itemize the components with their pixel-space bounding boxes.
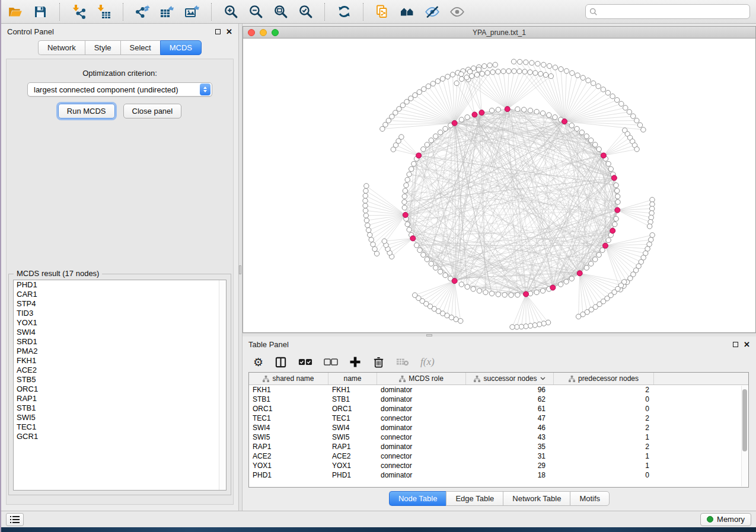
- mcds-result-item[interactable]: CAR1: [14, 290, 226, 299]
- network-node[interactable]: [493, 62, 497, 67]
- network-node[interactable]: [404, 100, 409, 104]
- network-node[interactable]: [476, 67, 481, 72]
- network-node[interactable]: [510, 325, 515, 329]
- table-scrollbar[interactable]: [741, 386, 748, 486]
- network-node[interactable]: [569, 276, 574, 281]
- table-scrollbar-thumb[interactable]: [742, 389, 747, 451]
- network-node[interactable]: [615, 200, 620, 204]
- network-node[interactable]: [464, 75, 469, 79]
- network-node[interactable]: [409, 166, 413, 171]
- table-row[interactable]: STB1STB1dominator620: [249, 395, 748, 404]
- network-hub-node[interactable]: [416, 153, 422, 158]
- tab-motifs[interactable]: Motifs: [570, 491, 610, 506]
- table-row[interactable]: SWI5SWI5connector431: [249, 432, 748, 442]
- network-node[interactable]: [596, 252, 601, 257]
- close-panel-button-2[interactable]: Close panel: [123, 104, 182, 118]
- mcds-result-item[interactable]: FKH1: [14, 356, 226, 366]
- network-node[interactable]: [438, 130, 442, 134]
- network-node[interactable]: [417, 248, 422, 252]
- network-node[interactable]: [450, 72, 455, 77]
- network-node[interactable]: [547, 113, 551, 117]
- network-node[interactable]: [519, 324, 524, 329]
- network-node[interactable]: [454, 317, 458, 322]
- zoom-fit-button[interactable]: [272, 4, 289, 20]
- network-hub-node[interactable]: [611, 175, 617, 181]
- network-node[interactable]: [637, 123, 642, 127]
- network-node[interactable]: [399, 134, 404, 139]
- network-node[interactable]: [404, 182, 409, 187]
- zoom-selected-button[interactable]: [297, 4, 314, 20]
- tab-mcds[interactable]: MCDS: [160, 40, 202, 55]
- tab-node-table[interactable]: Node Table: [389, 491, 446, 506]
- network-node[interactable]: [592, 142, 597, 147]
- network-node[interactable]: [515, 107, 520, 111]
- column-header-mcds-role[interactable]: MCDS role: [377, 373, 466, 384]
- network-hub-node[interactable]: [452, 278, 457, 284]
- splitter-grip[interactable]: [426, 334, 432, 336]
- network-node[interactable]: [413, 92, 417, 97]
- network-node[interactable]: [548, 73, 553, 78]
- network-node[interactable]: [614, 182, 618, 187]
- network-node[interactable]: [496, 292, 500, 297]
- network-node[interactable]: [605, 90, 610, 95]
- network-node[interactable]: [490, 70, 495, 75]
- network-node[interactable]: [412, 161, 416, 166]
- mcds-result-item[interactable]: SWI5: [14, 413, 226, 422]
- network-node[interactable]: [538, 71, 543, 76]
- mcds-result-item[interactable]: RAP1: [14, 394, 226, 403]
- network-node[interactable]: [483, 290, 488, 294]
- network-node[interactable]: [443, 126, 448, 131]
- network-node[interactable]: [533, 70, 538, 75]
- network-node[interactable]: [459, 72, 464, 76]
- network-node[interactable]: [487, 63, 492, 68]
- network-node[interactable]: [426, 84, 430, 88]
- network-node[interactable]: [543, 72, 548, 77]
- network-hub-node[interactable]: [577, 271, 582, 276]
- network-hub-node[interactable]: [602, 243, 608, 248]
- network-node[interactable]: [569, 123, 574, 128]
- network-node[interactable]: [371, 242, 375, 246]
- column-header-shared-name[interactable]: shared name: [249, 373, 328, 384]
- network-node[interactable]: [564, 279, 569, 284]
- network-node[interactable]: [480, 71, 484, 76]
- network-node[interactable]: [482, 63, 487, 68]
- network-node[interactable]: [506, 69, 511, 73]
- network-node[interactable]: [458, 319, 463, 323]
- table-row[interactable]: ACE2ACE2connector311: [249, 451, 748, 461]
- network-node[interactable]: [650, 233, 655, 238]
- network-node[interactable]: [471, 287, 476, 291]
- network-node[interactable]: [558, 282, 563, 287]
- network-node[interactable]: [402, 205, 407, 210]
- network-node[interactable]: [511, 59, 516, 64]
- network-canvas[interactable]: [243, 39, 755, 332]
- optimization-criterion-select[interactable]: largest connected component (undirected): [27, 82, 212, 97]
- mcds-result-item[interactable]: GCR1: [14, 432, 226, 441]
- network-node[interactable]: [435, 79, 440, 84]
- mcds-result-item[interactable]: STP4: [14, 299, 226, 309]
- save-button[interactable]: [32, 4, 49, 20]
- network-hub-node[interactable]: [610, 228, 615, 233]
- network-node[interactable]: [535, 61, 540, 66]
- network-node[interactable]: [477, 289, 481, 293]
- network-node[interactable]: [553, 115, 557, 120]
- window-close-light[interactable]: [248, 29, 255, 36]
- network-node[interactable]: [606, 161, 611, 166]
- network-hub-node[interactable]: [505, 107, 510, 112]
- zoom-out-button[interactable]: [247, 4, 264, 20]
- network-node[interactable]: [584, 134, 589, 139]
- window-minimize-light[interactable]: [260, 29, 267, 36]
- network-node[interactable]: [409, 96, 413, 101]
- network-node[interactable]: [575, 126, 579, 131]
- network-node[interactable]: [363, 193, 368, 198]
- network-node[interactable]: [528, 323, 532, 328]
- network-node[interactable]: [553, 65, 557, 70]
- network-hub-node[interactable]: [403, 212, 408, 217]
- mcds-result-item[interactable]: SRD1: [14, 337, 226, 347]
- tab-style[interactable]: Style: [85, 40, 120, 55]
- run-mcds-button[interactable]: Run MCDS: [58, 104, 115, 118]
- task-history-button[interactable]: [6, 513, 24, 526]
- delete-column-button[interactable]: [372, 355, 385, 369]
- network-node[interactable]: [647, 224, 652, 229]
- tab-select[interactable]: Select: [120, 40, 160, 55]
- add-column-button[interactable]: [349, 355, 361, 369]
